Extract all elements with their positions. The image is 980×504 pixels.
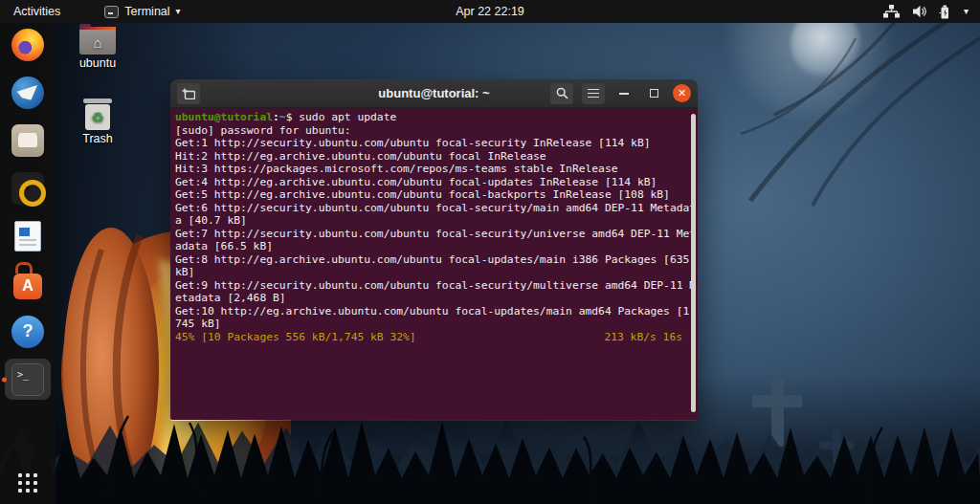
desktop: ⌂ ubuntu ♻ Trash ubuntu@tutorial: ~ [0,0,980,504]
dock-item-firefox[interactable] [5,24,51,65]
thunderbird-icon [11,77,44,109]
terminal-line: Get:10 http://eg.archive.ubuntu.com/ubun… [175,305,690,318]
minimize-button[interactable] [613,83,635,104]
trash-icon: ♻ [83,99,112,130]
desktop-icon-label: Trash [73,132,122,145]
dock-item-rhythmbox[interactable] [5,167,51,208]
terminal-output: ubuntu@tutorial:~$ sudo apt update[sudo]… [175,111,690,343]
desktop-icon-ubuntu-folder[interactable]: ⌂ ubuntu [73,24,122,70]
rhythmbox-icon [11,172,44,205]
top-bar: Activities Terminal ▾ Apr 22 22:19 [0,0,980,23]
terminal-scrollbar[interactable] [691,114,696,412]
terminal-titlebar[interactable]: ubuntu@tutorial: ~ ✕ [170,79,698,108]
dock-item-terminal[interactable]: >_ [5,359,51,400]
terminal-line: Get:9 http://security.ubuntu.com/ubuntu … [175,279,690,293]
maximize-icon [650,89,658,98]
new-tab-icon [182,88,195,99]
app-menu-label: Terminal [124,5,169,18]
dock-item-files[interactable] [5,120,51,161]
search-icon [556,87,568,99]
activities-button[interactable]: Activities [0,0,74,23]
terminal-line: Get:7 http://security.ubuntu.com/ubuntu … [175,228,690,241]
terminal-icon: >_ [11,363,44,396]
terminal-line: 45% [10 Packages 556 kB/1,745 kB 32%]213… [175,331,690,344]
app-menu[interactable]: Terminal ▾ [97,0,188,23]
terminal-line: ubuntu@tutorial:~$ sudo apt update [175,111,690,124]
home-folder-icon: ⌂ [79,24,116,55]
dock: A ? >_ [0,23,56,504]
terminal-line: 745 kB] [175,318,690,331]
terminal-line: kB] [175,266,690,279]
terminal-app-icon [104,6,119,18]
desktop-icon-trash[interactable]: ♻ Trash [73,99,122,145]
ubuntu-software-icon: A [13,274,42,299]
desktop-icon-label: ubuntu [73,56,122,70]
terminal-line: [sudo] password for ubuntu: [175,124,690,138]
firefox-icon [11,29,44,61]
terminal-body[interactable]: ubuntu@tutorial:~$ sudo apt update[sudo]… [170,108,698,420]
terminal-line: adata [66.5 kB] [175,240,690,253]
clock-label[interactable]: Apr 22 22:19 [456,5,524,18]
search-button[interactable] [550,83,573,104]
terminal-line: Hit:2 http://eg.archive.ubuntu.com/ubunt… [175,150,690,164]
network-wired-icon [883,5,900,18]
close-icon: ✕ [678,88,686,99]
maximize-button[interactable] [643,83,664,104]
volume-icon [912,5,926,18]
caret-down-icon: ▾ [176,7,181,16]
terminal-line: a [40.7 kB] [175,214,690,228]
close-button[interactable]: ✕ [673,84,691,102]
terminal-line: Get:5 http://eg.archive.ubuntu.com/ubunt… [175,188,690,202]
libreoffice-writer-icon [14,221,41,252]
help-icon: ? [11,316,44,348]
new-tab-button[interactable] [177,83,200,104]
menu-button[interactable] [582,83,605,104]
show-applications-button[interactable] [18,473,37,493]
terminal-line: etadata [2,468 B] [175,292,690,305]
files-icon [11,124,44,157]
dock-item-help[interactable]: ? [5,311,51,352]
minimize-icon [619,93,629,95]
terminal-window: ubuntu@tutorial: ~ ✕ [170,79,698,421]
terminal-line: Get:6 http://security.ubuntu.com/ubuntu … [175,202,690,215]
caret-down-icon: ▾ [964,7,969,16]
battery-charging-icon [939,5,951,19]
terminal-line: Hit:3 https://packages.microsoft.com/rep… [175,163,690,176]
dock-item-ubuntu-software[interactable]: A [5,263,51,304]
dock-item-thunderbird[interactable] [5,72,51,113]
terminal-line: Get:8 http://eg.archive.ubuntu.com/ubunt… [175,253,690,267]
terminal-line: Get:1 http://security.ubuntu.com/ubuntu … [175,137,690,150]
running-indicator-dot [2,377,7,382]
system-tray[interactable]: ▾ [883,0,980,23]
dock-item-libreoffice-writer[interactable] [5,215,51,256]
terminal-line: Get:4 http://eg.archive.ubuntu.com/ubunt… [175,176,690,189]
hamburger-icon [588,89,599,98]
